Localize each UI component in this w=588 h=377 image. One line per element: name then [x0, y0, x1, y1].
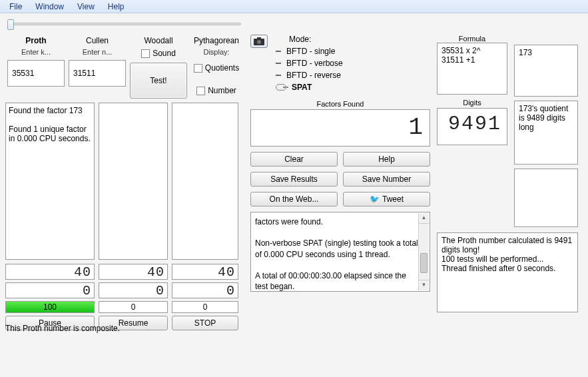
menu-file[interactable]: File [3, 1, 29, 13]
tab-pythagorean[interactable]: Pythagorean [194, 35, 239, 47]
formula-label: Formula [437, 35, 507, 43]
input-k[interactable]: 35531 [7, 60, 65, 87]
tweet-button[interactable]: 🐦Tweet [343, 192, 430, 206]
lcd-b: 40 [99, 264, 168, 280]
mode-bftd-reverse[interactable]: BFTD - reverse [276, 69, 430, 81]
status-bar: This Proth number is composite. [5, 324, 120, 333]
lcd-c: 40 [172, 264, 238, 280]
scroll-up-icon[interactable]: ▲ [419, 213, 429, 224]
checkbox-sound[interactable]: Sound [141, 49, 176, 58]
lcd-zb: 0 [99, 282, 168, 298]
menu-view[interactable]: View [71, 1, 101, 13]
twitter-icon: 🐦 [370, 194, 380, 204]
menu-window[interactable]: Window [29, 1, 71, 13]
top-slider-thumb[interactable] [7, 19, 14, 30]
factors-found-display: 1 [250, 109, 430, 147]
mode-label: Mode: [289, 35, 430, 44]
lcd-zc: 0 [172, 282, 238, 298]
log-box-2[interactable] [99, 103, 168, 260]
input-n[interactable]: 31511 [69, 60, 126, 87]
menubar: File Window View Help [0, 0, 588, 13]
top-slider[interactable] [8, 23, 241, 25]
log-box-3[interactable] [172, 103, 238, 260]
mid-log-scrollbar[interactable]: ▲ ▼ [418, 213, 429, 290]
checkbox-number-label: Number [208, 86, 236, 95]
save-results-button[interactable]: Save Results [250, 172, 338, 187]
mode-bftd-verbose[interactable]: BFTD - verbose [276, 57, 430, 69]
progress-b: 0 [99, 301, 168, 313]
menu-help[interactable]: Help [101, 1, 131, 13]
mode-bftd-single[interactable]: BFTD - single [276, 45, 430, 57]
digits-label: Digits [437, 99, 507, 107]
camera-icon[interactable] [250, 35, 268, 48]
tab-proth[interactable]: Proth [25, 35, 46, 47]
digits-display: 9491 [437, 108, 507, 145]
svg-point-2 [257, 40, 261, 44]
label-enter-k: Enter k... [21, 47, 51, 57]
empty-box[interactable] [514, 169, 578, 227]
progress-c: 0 [172, 301, 238, 313]
checkbox-quotients-label: Quotients [205, 63, 239, 73]
mid-log[interactable]: factors were found. Non-verbose SPAT (si… [250, 212, 430, 292]
lcd-a: 40 [5, 264, 95, 280]
right-log[interactable]: The Proth number calculated is 9491 digi… [437, 232, 578, 312]
label-display: Display: [203, 47, 229, 57]
checkbox-quotients[interactable]: Quotients [194, 63, 239, 73]
formula-box[interactable]: 35531 x 2^ 31511 +1 [437, 43, 507, 95]
tab-cullen[interactable]: Cullen [86, 35, 109, 47]
mode-spat[interactable]: SPAT [276, 81, 430, 93]
scroll-down-icon[interactable]: ▼ [419, 280, 429, 290]
tab-woodall[interactable]: Woodall [144, 35, 172, 47]
factors-found-label: Factors Found [250, 100, 430, 108]
test-button[interactable]: Test! [130, 63, 187, 99]
save-number-button[interactable]: Save Number [343, 172, 430, 187]
top-number-box[interactable]: 173 [514, 45, 578, 97]
help-button[interactable]: Help [343, 152, 430, 167]
checkbox-sound-label: Sound [152, 49, 176, 58]
stop-button[interactable]: STOP [172, 316, 238, 330]
factor-log[interactable]: Found the factor 173 Found 1 unique fact… [5, 103, 95, 260]
on-the-web-button[interactable]: On the Web... [250, 192, 338, 206]
scroll-thumb[interactable] [420, 253, 428, 273]
quotient-box[interactable]: 173's quotient is 9489 digits long [514, 101, 578, 165]
progress-a: 100 [5, 301, 95, 313]
checkbox-number[interactable]: Number [196, 86, 236, 95]
clear-button[interactable]: Clear [250, 152, 338, 167]
lcd-za: 0 [5, 282, 95, 298]
label-enter-n: Enter n... [83, 47, 113, 57]
svg-rect-1 [257, 37, 261, 39]
